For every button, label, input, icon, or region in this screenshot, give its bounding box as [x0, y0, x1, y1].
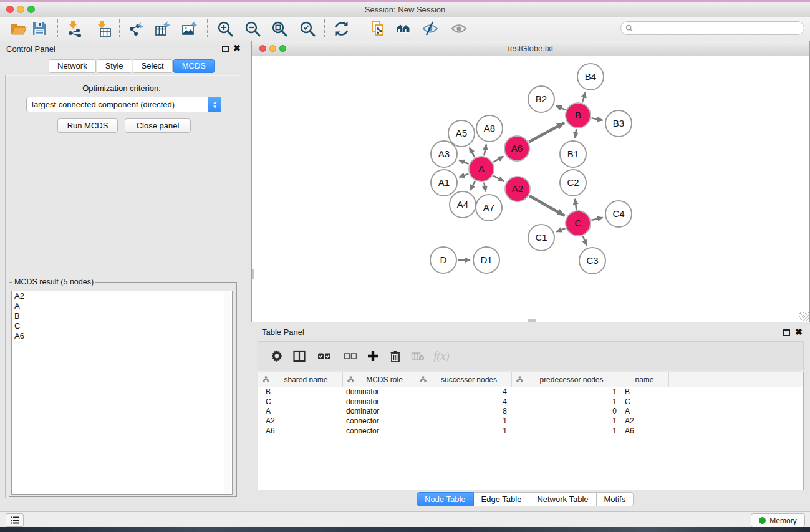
table-cell[interactable]: 1: [512, 417, 620, 427]
table-cell[interactable]: 4: [415, 397, 512, 407]
import-table-icon[interactable]: [93, 19, 114, 39]
deselect-all-columns-icon[interactable]: [340, 347, 360, 365]
table-cell[interactable]: connector: [343, 427, 415, 437]
column-header-predecessor-nodes[interactable]: predecessor nodes: [512, 372, 620, 387]
zoom-in-icon[interactable]: [215, 19, 236, 39]
column-header-MCDS-role[interactable]: MCDS role: [343, 372, 415, 387]
graph-node-C2[interactable]: C2: [560, 170, 586, 196]
apply-layout-home-icon[interactable]: [393, 19, 414, 39]
mcds-result-item[interactable]: A: [12, 301, 232, 311]
graph-node-C4[interactable]: C4: [605, 201, 632, 227]
tab-edge-table[interactable]: Edge Table: [474, 492, 530, 506]
table-cell[interactable]: B: [258, 387, 343, 397]
hide-graphics-details-icon[interactable]: [420, 19, 441, 39]
save-session-icon[interactable]: [29, 19, 50, 39]
zoom-out-icon[interactable]: [242, 19, 263, 39]
table-cell[interactable]: 1: [415, 417, 512, 427]
table-cell[interactable]: C: [620, 397, 669, 407]
table-cell[interactable]: dominator: [343, 407, 415, 417]
table-cell[interactable]: connector: [343, 417, 415, 427]
table-cell[interactable]: A: [620, 407, 669, 417]
export-network-icon[interactable]: [126, 19, 147, 39]
graph-node-A1[interactable]: A1: [431, 170, 457, 196]
mcds-result-item[interactable]: A6: [12, 331, 232, 341]
table-cell[interactable]: 1: [512, 427, 620, 437]
table-row[interactable]: Adominator80A: [258, 407, 803, 417]
table-cell[interactable]: B: [620, 387, 669, 397]
graph-node-B[interactable]: B: [566, 103, 591, 128]
graph-node-D[interactable]: D: [430, 247, 456, 273]
graph-node-A6[interactable]: A6: [504, 136, 529, 161]
run-mcds-button[interactable]: Run MCDS: [57, 118, 118, 133]
function-builder-icon[interactable]: f(x): [432, 347, 451, 365]
table-cell[interactable]: 1: [512, 387, 620, 397]
new-network-copy-icon[interactable]: [368, 19, 389, 39]
table-panel-close-icon[interactable]: ✖: [795, 329, 803, 336]
network-horizontal-scroll-thumb[interactable]: [528, 319, 536, 322]
control-panel-close-icon[interactable]: ✖: [233, 45, 241, 52]
table-cell[interactable]: A2: [258, 417, 343, 427]
export-table-icon[interactable]: [152, 19, 173, 39]
tab-style[interactable]: Style: [97, 59, 132, 73]
tab-network-table[interactable]: Network Table: [529, 492, 596, 506]
mcds-result-scrollbar[interactable]: [224, 292, 231, 493]
select-all-columns-icon[interactable]: [314, 347, 334, 365]
table-row[interactable]: Bdominator41B: [258, 387, 803, 397]
delete-table-icon[interactable]: [408, 347, 428, 365]
graph-node-C3[interactable]: C3: [579, 248, 605, 274]
tab-network[interactable]: Network: [49, 59, 96, 73]
network-canvas[interactable]: B4B2BB3B1A5A8A6A3AA1C2A2A4A7C4CC1C3DD1: [252, 56, 809, 322]
table-cell[interactable]: 0: [512, 407, 620, 417]
import-network-icon[interactable]: [64, 19, 85, 39]
add-column-icon[interactable]: [363, 347, 383, 365]
table-cell[interactable]: A6: [258, 427, 343, 437]
main-titlebar[interactable]: Session: New Session: [0, 2, 810, 17]
table-cell[interactable]: 1: [512, 397, 620, 407]
graph-node-A8[interactable]: A8: [476, 115, 503, 142]
mcds-result-list[interactable]: A2ABCA6: [11, 291, 233, 495]
table-cell[interactable]: A6: [620, 427, 669, 437]
zoom-fit-icon[interactable]: [269, 19, 290, 39]
mcds-result-item[interactable]: C: [12, 321, 232, 331]
tab-mcds[interactable]: MCDS: [173, 59, 215, 73]
delete-column-icon[interactable]: [385, 347, 405, 365]
export-image-icon[interactable]: [179, 19, 200, 39]
criterion-select[interactable]: largest connected component (directed) ▲…: [26, 97, 221, 112]
network-resize-grip[interactable]: [799, 312, 809, 321]
table-cell[interactable]: dominator: [343, 397, 415, 407]
table-row[interactable]: A6connector11A6: [258, 427, 803, 437]
table-cell[interactable]: 1: [415, 427, 512, 437]
table-cell[interactable]: 8: [415, 407, 512, 417]
graph-node-B2[interactable]: B2: [528, 86, 554, 112]
mcds-result-item[interactable]: B: [12, 311, 232, 321]
graph-node-A[interactable]: A: [469, 157, 494, 181]
table-cell[interactable]: A2: [620, 417, 669, 427]
graph-node-C[interactable]: C: [566, 211, 591, 236]
node-table[interactable]: shared nameMCDS rolesuccessor nodesprede…: [258, 372, 804, 490]
column-header-name[interactable]: name: [620, 372, 669, 387]
table-row[interactable]: Cdominator41C: [258, 397, 803, 407]
tab-node-table[interactable]: Node Table: [417, 492, 474, 506]
column-header-shared-name[interactable]: shared name: [258, 372, 343, 387]
graph-node-A3[interactable]: A3: [431, 141, 457, 167]
tab-motifs[interactable]: Motifs: [597, 492, 634, 506]
network-window-titlebar[interactable]: testGlobe.txt: [252, 41, 809, 56]
table-cell[interactable]: dominator: [343, 387, 415, 397]
refresh-icon[interactable]: [331, 19, 352, 39]
graph-node-D1[interactable]: D1: [473, 247, 499, 273]
table-row[interactable]: A2connector11A2: [258, 417, 803, 427]
control-panel-float-icon[interactable]: [222, 46, 229, 52]
tab-select[interactable]: Select: [133, 59, 173, 73]
show-graphics-details-icon[interactable]: [448, 19, 470, 39]
graph-node-A7[interactable]: A7: [476, 195, 502, 221]
table-cell[interactable]: A: [258, 407, 343, 417]
graph-node-B1[interactable]: B1: [560, 141, 586, 167]
table-settings-gear-icon[interactable]: [267, 347, 287, 365]
column-header-successor-nodes[interactable]: successor nodes: [415, 372, 512, 387]
search-input[interactable]: [620, 21, 804, 35]
graph-node-B3[interactable]: B3: [605, 110, 632, 137]
network-vertical-scroll-thumb[interactable]: [252, 269, 254, 279]
graph-node-B4[interactable]: B4: [577, 64, 604, 90]
close-panel-button[interactable]: Close panel: [125, 118, 191, 133]
graph-node-A2[interactable]: A2: [505, 177, 530, 201]
